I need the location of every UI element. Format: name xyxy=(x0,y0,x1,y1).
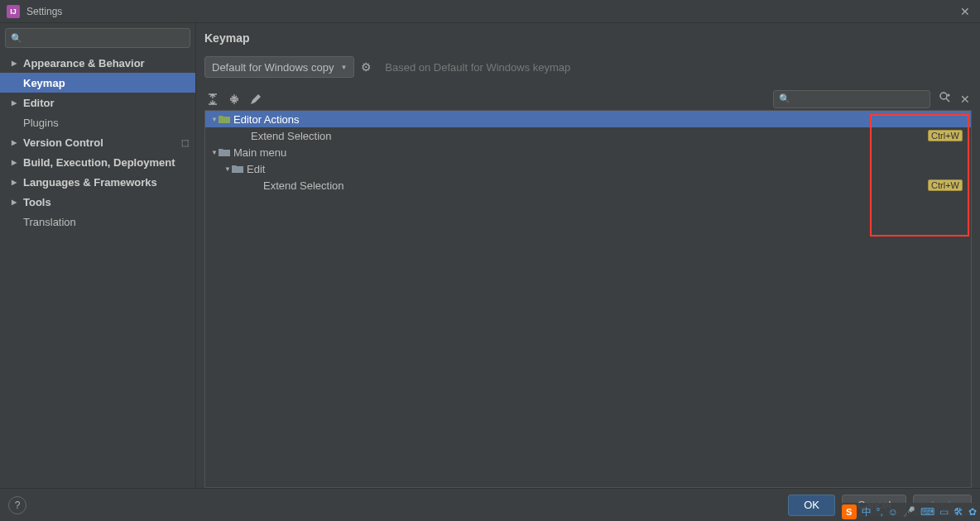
sidebar-item-editor[interactable]: ▶Editor xyxy=(0,93,195,112)
shortcut-badge: Ctrl+W xyxy=(928,130,963,141)
help-button[interactable]: ? xyxy=(8,496,26,514)
tree-leaf-extend-selection[interactable]: Extend Selection Ctrl+W xyxy=(205,127,971,144)
search-icon: 🔍 xyxy=(11,33,22,44)
folder-icon xyxy=(219,114,230,124)
dropdown-value: Default for Windows copy xyxy=(212,61,334,74)
sidebar-item-build[interactable]: ▶Build, Execution, Deployment xyxy=(0,152,195,172)
search-icon: 🔍 xyxy=(779,93,790,104)
sidebar-item-appearance[interactable]: ▶Appearance & Behavior xyxy=(0,53,195,73)
project-badge-icon: ⬚ xyxy=(181,138,189,147)
settings-tree: ▶Appearance & Behavior ▶Keymap ▶Editor ▶… xyxy=(0,53,195,488)
settings-sidebar: 🔍 ▶Appearance & Behavior ▶Keymap ▶Editor… xyxy=(0,23,196,488)
tray-mic-icon[interactable]: 🎤 xyxy=(903,506,915,518)
system-tray: S 中 °, ☺ 🎤 ⌨ ▭ 🛠 ✿ xyxy=(838,503,980,521)
ime-lang-icon[interactable]: 中 xyxy=(862,505,872,519)
action-search-input[interactable] xyxy=(794,93,925,105)
tree-node-label: Extend Selection xyxy=(251,130,332,142)
settings-search[interactable]: 🔍 xyxy=(5,28,190,48)
titlebar: IJ Settings ✕ xyxy=(0,0,980,23)
tree-node-main-menu[interactable]: ▼ Main menu xyxy=(205,144,971,160)
tree-node-label: Edit xyxy=(247,163,265,175)
tray-tool-icon[interactable]: 🛠 xyxy=(954,506,963,518)
gear-icon[interactable]: ⚙ xyxy=(361,60,372,74)
keymap-toolbar: Default for Windows copy ▼ ⚙ Based on De… xyxy=(204,56,972,78)
action-search[interactable]: 🔍 xyxy=(773,90,930,108)
clear-search-icon[interactable]: ✕ xyxy=(960,93,970,106)
tree-node-label: Main menu xyxy=(233,146,286,159)
tree-node-edit[interactable]: ▼ Edit xyxy=(205,160,971,177)
chevron-down-icon: ▼ xyxy=(340,64,347,71)
dialog-footer: ? OK Cancel Apply xyxy=(0,488,980,521)
sidebar-item-label: Editor xyxy=(23,97,55,109)
sidebar-item-label: Languages & Frameworks xyxy=(23,176,157,189)
shortcut-badge: Ctrl+W xyxy=(928,179,963,191)
tree-node-label: Extend Selection xyxy=(263,179,344,192)
app-icon: IJ xyxy=(7,5,20,18)
expand-all-icon[interactable] xyxy=(206,93,219,106)
ok-button[interactable]: OK xyxy=(788,495,835,516)
sidebar-item-translation[interactable]: ▶Translation xyxy=(0,212,195,232)
collapse-all-icon[interactable] xyxy=(228,93,241,106)
tree-node-editor-actions[interactable]: ▼ Editor Actions xyxy=(205,111,971,127)
close-icon[interactable]: ✕ xyxy=(957,5,973,18)
folder-icon xyxy=(232,164,243,174)
keymap-scheme-dropdown[interactable]: Default for Windows copy ▼ xyxy=(204,56,354,78)
settings-content: Keymap Default for Windows copy ▼ ⚙ Base… xyxy=(196,23,980,488)
sidebar-item-label: Build, Execution, Deployment xyxy=(23,156,175,169)
sidebar-item-label: Appearance & Behavior xyxy=(23,57,145,69)
svg-point-0 xyxy=(940,93,947,99)
keymap-action-tree[interactable]: ▼ Editor Actions Extend Selection Ctrl+W… xyxy=(204,111,972,488)
sidebar-item-label: Keymap xyxy=(23,77,65,89)
chevron-down-icon: ▼ xyxy=(223,165,232,173)
svg-point-1 xyxy=(948,94,950,97)
tree-leaf-extend-selection[interactable]: Extend Selection Ctrl+W xyxy=(205,177,971,194)
sidebar-item-tools[interactable]: ▶Tools xyxy=(0,192,195,212)
sidebar-item-label: Tools xyxy=(23,196,51,208)
chevron-down-icon: ▼ xyxy=(210,149,219,156)
sidebar-item-keymap[interactable]: ▶Keymap xyxy=(0,73,195,93)
sidebar-item-label: Translation xyxy=(23,216,76,228)
tray-emoji-icon[interactable]: ☺ xyxy=(888,506,898,518)
sidebar-item-label: Version Control xyxy=(23,136,103,149)
chevron-down-icon: ▼ xyxy=(210,116,219,123)
page-title: Keymap xyxy=(204,31,972,45)
sidebar-item-version-control[interactable]: ▶Version Control⬚ xyxy=(0,132,195,152)
tray-punct-icon[interactable]: °, xyxy=(877,506,883,518)
sidebar-item-label: Plugins xyxy=(23,117,59,129)
window-title: Settings xyxy=(26,6,62,17)
keymap-hint: Based on Default for Windows keymap xyxy=(385,61,570,74)
folder-icon xyxy=(219,147,230,157)
settings-search-input[interactable] xyxy=(26,32,185,44)
sidebar-item-plugins[interactable]: ▶Plugins xyxy=(0,112,195,132)
sidebar-item-languages[interactable]: ▶Languages & Frameworks xyxy=(0,172,195,192)
find-by-shortcut-icon[interactable] xyxy=(939,91,952,107)
tree-node-label: Editor Actions xyxy=(233,113,300,126)
tray-settings-icon[interactable]: ✿ xyxy=(968,506,977,518)
tray-keyboard-icon[interactable]: ⌨ xyxy=(920,506,934,518)
edit-icon[interactable] xyxy=(249,93,262,106)
tray-skin-icon[interactable]: ▭ xyxy=(939,506,949,518)
action-toolbar: 🔍 ✕ xyxy=(204,88,972,111)
sogou-ime-icon[interactable]: S xyxy=(842,504,857,519)
